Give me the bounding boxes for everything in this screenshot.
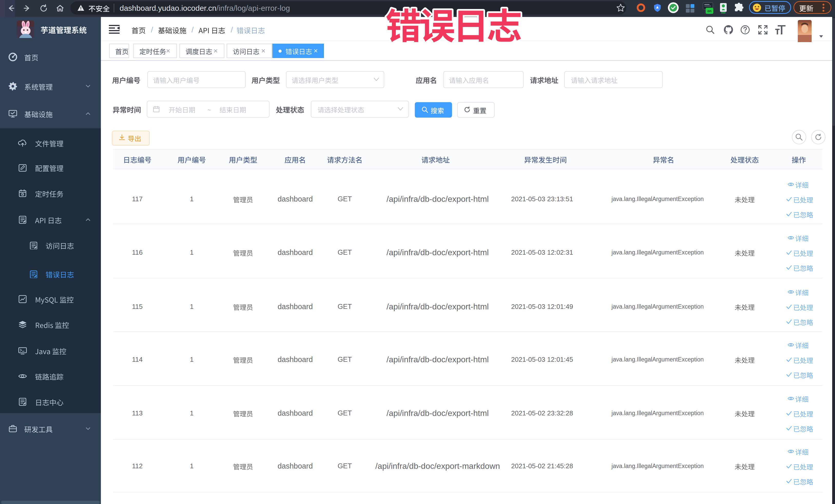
svg-text:on: on <box>708 9 712 13</box>
